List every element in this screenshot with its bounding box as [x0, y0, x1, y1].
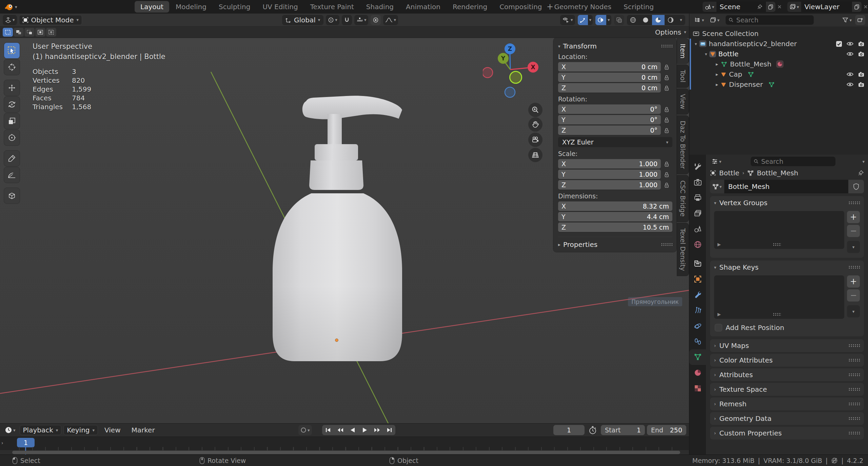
camera-restrict-icon[interactable] — [858, 72, 865, 77]
expand-icon[interactable]: ▸ — [716, 61, 718, 67]
collapsed-panel[interactable]: › Remesh — [710, 397, 864, 410]
tab-constraints[interactable] — [689, 334, 706, 349]
remove-shape-key-button[interactable]: − — [847, 289, 860, 302]
properties-editor-type-button[interactable]: ▾ — [709, 156, 724, 167]
jump-to-end-button[interactable] — [383, 425, 395, 435]
navigation-gizmo[interactable]: Z Y X — [483, 43, 540, 101]
gizmo-axis-neg-x[interactable] — [483, 67, 493, 78]
playback-dropdown[interactable]: Playback ▾ — [20, 425, 62, 435]
eye-icon[interactable] — [846, 72, 854, 77]
overlays-dropdown[interactable]: ▾ — [606, 15, 611, 25]
zoom-view-button[interactable] — [528, 103, 542, 117]
collapse-icon[interactable]: ▾ — [558, 44, 560, 49]
current-frame-indicator[interactable]: 1 — [17, 438, 35, 447]
pivot-point-dropdown[interactable]: ▾ — [326, 15, 339, 25]
vertex-group-specials-menu[interactable]: ▾ — [847, 241, 860, 253]
properties-search[interactable] — [751, 157, 835, 166]
list-filter-toggle[interactable]: ▶ — [717, 312, 721, 317]
lock-icon[interactable] — [661, 161, 672, 167]
editor-divider[interactable] — [689, 14, 689, 454]
collapse-icon[interactable]: ▾ — [714, 200, 716, 206]
visibility-dropdown[interactable]: ▾ — [560, 15, 575, 25]
n-panel-tab[interactable]: Daz To Blender — [677, 116, 689, 174]
proportional-editing-toggle[interactable] — [371, 15, 381, 25]
autokey-toggle[interactable]: ▾ — [298, 425, 312, 435]
add-vertex-group-button[interactable]: + — [847, 211, 860, 223]
shading-wireframe-button[interactable] — [627, 15, 639, 25]
number-field[interactable]: Y1.000 — [558, 170, 661, 179]
n-panel-tab[interactable]: Item — [677, 39, 689, 63]
tab-texture[interactable] — [689, 381, 706, 396]
number-field[interactable]: X0 cm — [558, 62, 661, 72]
snap-target-dropdown[interactable]: ▾ — [354, 15, 369, 25]
transform-tool-button[interactable] — [4, 130, 20, 145]
collapsed-panel[interactable]: › Texture Space — [710, 383, 864, 396]
pin-icon[interactable] — [858, 170, 864, 176]
vertex-groups-list[interactable]: ▶ — [714, 211, 844, 249]
select-mode-invert-button[interactable] — [35, 28, 45, 37]
select-box-tool-button[interactable] — [4, 43, 20, 58]
mesh-type-dropdown[interactable]: ▾ — [710, 180, 724, 193]
panel-grip[interactable] — [661, 44, 672, 48]
pin-icon[interactable] — [757, 4, 763, 9]
blender-logo-icon[interactable]: ▾ — [4, 3, 17, 11]
tab-tool[interactable] — [689, 159, 706, 174]
workspace-tab[interactable]: Texture Paint — [304, 1, 360, 13]
workspace-tab[interactable]: Geometry Nodes — [549, 1, 617, 13]
frame-end-field[interactable]: End 250 — [647, 425, 686, 435]
shading-solid-button[interactable] — [639, 15, 652, 25]
select-mode-new-button[interactable] — [3, 28, 13, 37]
list-filter-toggle[interactable]: ▶ — [717, 242, 721, 247]
select-mode-extend-button[interactable] — [14, 28, 24, 37]
timeline-expand-arrow[interactable]: › — [1, 440, 3, 446]
timeline-ruler[interactable]: › 1 — [0, 436, 689, 450]
viewport-3d[interactable]: User Perspective (1) handantisepticv2_bl… — [0, 38, 689, 423]
number-field[interactable]: Z0° — [558, 125, 661, 135]
number-field[interactable]: X8.32 cm — [558, 201, 672, 211]
tab-collection[interactable] — [689, 256, 706, 271]
tab-modifiers[interactable] — [689, 287, 706, 303]
scene-copy-button[interactable] — [766, 2, 775, 12]
tab-output[interactable] — [689, 190, 706, 206]
rotation-mode-dropdown[interactable]: XYZ Euler ▾ — [558, 137, 672, 147]
frame-start-field[interactable]: Start 1 — [601, 425, 645, 435]
timeline-editor-type-button[interactable]: ▾ — [3, 425, 18, 435]
number-field[interactable]: Y0° — [558, 115, 661, 124]
viewlayer-icon[interactable]: ▾ — [787, 2, 801, 12]
number-field[interactable]: X0° — [558, 104, 661, 114]
lock-icon[interactable] — [661, 182, 672, 188]
tab-material[interactable] — [689, 365, 706, 381]
workspace-tab[interactable]: Modeling — [170, 1, 212, 13]
play-reverse-button[interactable] — [347, 425, 359, 435]
tab-render[interactable] — [689, 174, 706, 190]
panel-grip[interactable] — [661, 243, 672, 246]
collapse-icon[interactable]: ▾ — [705, 52, 707, 57]
collapsed-panel[interactable]: › UV Maps — [710, 339, 864, 352]
lock-icon[interactable] — [661, 106, 672, 112]
eye-icon[interactable] — [846, 82, 854, 87]
number-field[interactable]: Y0 cm — [558, 73, 661, 82]
outliner-search-input[interactable] — [736, 16, 811, 24]
timeline-marker-menu[interactable]: Marker — [127, 426, 159, 434]
remove-vertex-group-button[interactable]: − — [847, 225, 860, 237]
lock-icon[interactable] — [661, 172, 672, 177]
shading-dropdown[interactable]: ▾ — [677, 15, 685, 25]
viewlayer-copy-button[interactable] — [852, 2, 862, 12]
snap-toggle[interactable] — [342, 15, 352, 25]
viewlayer-remove-button[interactable] — [862, 5, 868, 9]
add-workspace-button[interactable]: + — [542, 2, 557, 12]
workspace-tab[interactable]: Layout — [135, 1, 169, 13]
expand-icon[interactable]: ▸ — [716, 72, 718, 77]
move-tool-button[interactable] — [4, 80, 20, 96]
datablock-name-input[interactable]: Bottle_Mesh — [724, 180, 848, 193]
n-panel-tab[interactable]: Texel Density — [677, 223, 689, 276]
outliner-row-scene-collection[interactable]: Scene Collection — [689, 28, 868, 39]
eye-icon[interactable] — [846, 51, 854, 57]
proportional-falloff-dropdown[interactable]: ▾ — [383, 15, 398, 25]
n-panel-tab[interactable]: Tool — [677, 65, 689, 88]
scale-tool-button[interactable] — [4, 113, 20, 129]
add-rest-position-checkbox[interactable] — [715, 324, 722, 331]
gizmos-toggle[interactable] — [578, 15, 588, 25]
use-preview-range-button[interactable] — [589, 426, 597, 434]
outliner-filter-dropdown[interactable]: ▾ — [708, 15, 722, 25]
